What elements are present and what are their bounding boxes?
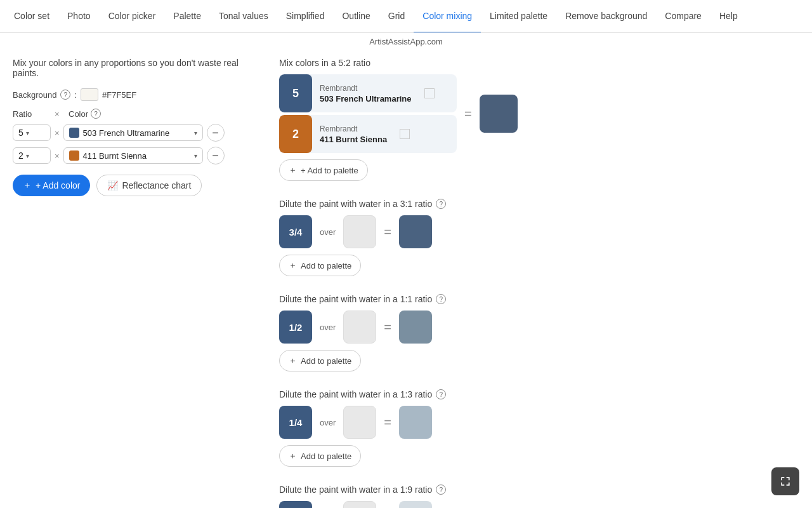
- over-text-2: over: [320, 418, 336, 427]
- add-to-palette-btn-dilute-0[interactable]: ＋ Add to palette: [279, 255, 361, 276]
- card2-checkbox[interactable]: [400, 129, 410, 139]
- nav-item-color-set[interactable]: Color set: [5, 0, 58, 33]
- nav-item-help[interactable]: Help: [710, 0, 747, 33]
- dilute-fraction-card-3: 1/10: [279, 501, 312, 508]
- chevron-down-icon: ▾: [194, 130, 197, 137]
- card1-name: 503 French Ultramarine: [320, 94, 412, 104]
- mix-card-2: 2 Rembrandt 411 Burnt Sienna: [279, 115, 457, 153]
- nav-item-tonal-values[interactable]: Tonal values: [210, 0, 277, 33]
- equals-0: =: [384, 225, 391, 239]
- ratio-select-1[interactable]: 2 ▾: [13, 147, 51, 164]
- equals-2: =: [384, 415, 391, 430]
- dilute-result-3: [399, 501, 432, 508]
- nav-item-limited-palette[interactable]: Limited palette: [481, 0, 556, 33]
- mix-ratio-header: Mix colors in a 5:2 ratio: [279, 58, 799, 68]
- ratio-column-label: Ratio: [13, 109, 51, 119]
- dilute-result-1: [399, 311, 432, 344]
- equals-1: =: [384, 320, 391, 335]
- dilute-row-0: 3/4 over =: [279, 215, 799, 248]
- color-swatch-1: [69, 150, 79, 161]
- dilute-row-2: 1/4 over =: [279, 406, 799, 439]
- mix-result-swatch: [480, 95, 518, 133]
- column-headers: Ratio × Color ?: [13, 109, 254, 119]
- dilute-row-1: 1/2 over =: [279, 311, 799, 344]
- color-swatch-0: [69, 128, 79, 138]
- card2-ratio: 2: [279, 115, 312, 153]
- background-swatch[interactable]: [81, 88, 98, 101]
- background-label: Background: [13, 90, 56, 100]
- dilute-row-3: 1/10 over =: [279, 501, 799, 508]
- right-panel: Mix colors in a 5:2 ratio 5 Rembrandt 50…: [279, 58, 799, 508]
- dilute-section-3: Dilute the paint with water in a 1:9 rat…: [279, 485, 799, 508]
- dilute-header-1: Dilute the paint with water in a 1:1 rat…: [279, 294, 799, 304]
- dilute-result-2: [399, 406, 432, 439]
- reflectance-chart-button[interactable]: 📈 Reflectance chart: [96, 175, 202, 196]
- over-text-0: over: [320, 227, 336, 237]
- multiply-sign-0: ×: [55, 128, 60, 138]
- nav-item-compare[interactable]: Compare: [656, 0, 710, 33]
- add-color-button[interactable]: ＋ + Add color: [13, 175, 90, 196]
- dilute-help-icon-0[interactable]: ?: [436, 199, 446, 209]
- ratio-select-0[interactable]: 5 ▾: [13, 124, 51, 141]
- card1-brand: Rembrandt: [320, 84, 412, 93]
- dilute-section-0: Dilute the paint with water in a 3:1 rat…: [279, 199, 799, 276]
- multiply-sign-1: ×: [55, 151, 60, 161]
- color-dropdown-0[interactable]: 503 French Ultramarine ▾: [63, 124, 203, 141]
- add-to-palette-btn-dilute-1[interactable]: ＋ Add to palette: [279, 350, 361, 371]
- water-swatch-1: [343, 311, 376, 344]
- equals-sign: =: [464, 107, 472, 121]
- add-to-palette-btn-mix[interactable]: ＋ + Add to palette: [279, 159, 368, 181]
- dilute-fraction-card-1: 1/2: [279, 311, 312, 344]
- action-buttons: ＋ + Add color 📈 Reflectance chart: [13, 175, 254, 196]
- dilute-header-3: Dilute the paint with water in a 1:9 rat…: [279, 485, 799, 495]
- water-swatch-0: [343, 215, 376, 248]
- background-row: Background ? : #F7F5EF: [13, 88, 254, 101]
- remove-color-btn-0[interactable]: −: [207, 124, 225, 142]
- color-rows: 5 ▾ × 503 French Ultramarine ▾ − 2 ▾ × 4…: [13, 124, 254, 164]
- nav-item-color-picker[interactable]: Color picker: [100, 0, 165, 33]
- background-help-icon[interactable]: ?: [60, 90, 70, 100]
- over-text-1: over: [320, 323, 336, 332]
- color-row-0: 5 ▾ × 503 French Ultramarine ▾ −: [13, 124, 254, 142]
- dilute-section-2: Dilute the paint with water in a 1:3 rat…: [279, 389, 799, 467]
- nav-item-palette[interactable]: Palette: [164, 0, 210, 33]
- navigation: Color setPhotoColor pickerPaletteTonal v…: [0, 0, 812, 33]
- chevron-down-icon: ▾: [26, 152, 29, 159]
- card1-info: Rembrandt 503 French Ultramarine: [312, 79, 419, 109]
- color-column-label: Color ?: [69, 109, 101, 119]
- mix-card-1: 5 Rembrandt 503 French Ultramarine: [279, 74, 457, 112]
- color-help-icon[interactable]: ?: [91, 109, 101, 119]
- nav-item-color-mixing[interactable]: Color mixing: [414, 0, 481, 33]
- nav-item-photo[interactable]: Photo: [58, 0, 100, 33]
- nav-item-simplified[interactable]: Simplified: [277, 0, 334, 33]
- card2-brand: Rembrandt: [320, 124, 387, 133]
- nav-item-grid[interactable]: Grid: [379, 0, 414, 33]
- card2-info: Rembrandt 411 Burnt Sienna: [312, 119, 395, 149]
- dilute-header-0: Dilute the paint with water in a 3:1 rat…: [279, 199, 799, 209]
- color-row-1: 2 ▾ × 411 Burnt Sienna ▾ −: [13, 147, 254, 164]
- card1-checkbox[interactable]: [424, 88, 435, 98]
- background-hex: #F7F5EF: [102, 90, 136, 100]
- dilute-sections: Dilute the paint with water in a 3:1 rat…: [279, 199, 799, 508]
- color-dropdown-1[interactable]: 411 Burnt Sienna ▾: [63, 147, 203, 164]
- card1-ratio: 5: [279, 74, 312, 112]
- nav-item-outline[interactable]: Outline: [333, 0, 379, 33]
- remove-color-btn-1[interactable]: −: [207, 147, 225, 164]
- dilute-help-icon-3[interactable]: ?: [436, 485, 446, 495]
- intro-text: Mix your colors in any proportions so yo…: [13, 58, 254, 78]
- nav-item-remove-background[interactable]: Remove background: [556, 0, 656, 33]
- dilute-fraction-card-0: 3/4: [279, 215, 312, 248]
- dilute-section-1: Dilute the paint with water in a 1:1 rat…: [279, 294, 799, 371]
- subtitle: ArtistAssistApp.com: [0, 33, 812, 48]
- dilute-header-2: Dilute the paint with water in a 1:3 rat…: [279, 389, 799, 399]
- dilute-help-icon-1[interactable]: ?: [436, 294, 446, 304]
- add-to-palette-btn-dilute-2[interactable]: ＋ Add to palette: [279, 445, 361, 467]
- main-content: Mix your colors in any proportions so yo…: [0, 48, 812, 508]
- mix-cards: 5 Rembrandt 503 French Ultramarine 2 Rem…: [279, 74, 457, 153]
- left-panel: Mix your colors in any proportions so yo…: [13, 58, 254, 508]
- expand-button[interactable]: [771, 467, 799, 495]
- chevron-down-icon: ▾: [194, 152, 197, 159]
- dilute-help-icon-2[interactable]: ?: [436, 389, 446, 399]
- color-name-1: 411 Burnt Sienna: [83, 151, 147, 161]
- water-swatch-2: [343, 406, 376, 439]
